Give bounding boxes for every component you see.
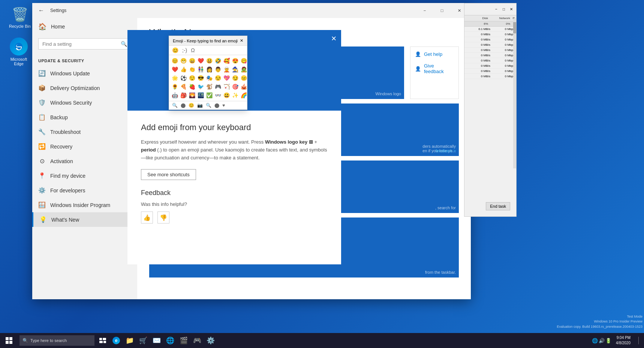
taskbar-browser-icon[interactable]: 🌐 — [163, 333, 177, 348]
emoji-picker-close-button[interactable]: ✕ — [240, 38, 243, 43]
sidebar-item-find-device[interactable]: 📍 Find my device — [32, 168, 137, 183]
emoji-cell[interactable]: 🎪 — [240, 82, 248, 91]
recycle-bin-icon[interactable]: 🗑️ Recycle Bin — [7, 7, 33, 28]
emoji-tab-kaomoji[interactable]: ;-) — [182, 47, 187, 53]
sidebar-item-recovery[interactable]: 🔁 Recovery — [32, 139, 137, 154]
emoji-cell[interactable]: 👨 — [214, 65, 222, 74]
minimize-button[interactable]: − — [416, 4, 433, 16]
thumbs-up-button[interactable]: 👍 — [141, 212, 153, 224]
taskbar-settings-icon[interactable]: ⚙️ — [204, 333, 217, 348]
back-button[interactable]: ← — [35, 4, 47, 16]
emoji-cell[interactable]: 🍓 — [188, 82, 196, 91]
taskbar-file-explorer-icon[interactable]: 📁 — [123, 333, 136, 348]
emoji-cell[interactable]: 🥰 — [222, 57, 231, 65]
taskbar-xbox-icon[interactable]: 🎮 — [190, 333, 204, 348]
emoji-cell[interactable]: 😄 — [188, 57, 196, 65]
emoji-bottom-face[interactable]: 😊 — [189, 103, 194, 108]
taskbar-clock[interactable]: 9:04 PM 4/8/2020 — [613, 335, 634, 346]
emoji-cell[interactable]: 🧟 — [240, 65, 248, 74]
emoji-cell[interactable]: 😁 — [179, 57, 187, 65]
emoji-cell[interactable]: 👏 — [188, 65, 196, 74]
give-feedback-link[interactable]: 👤 Give feedback — [415, 63, 454, 74]
end-task-btn[interactable]: End task — [486, 202, 510, 210]
emoji-cell[interactable]: 😊 — [171, 57, 179, 65]
taskbar-mail-icon[interactable]: ✉️ — [150, 333, 163, 348]
emoji-cell[interactable]: 🎮 — [214, 82, 222, 91]
emoji-cell[interactable]: 🎯 — [231, 82, 239, 91]
emoji-cell[interactable]: 😍 — [231, 57, 239, 65]
emoji-cell[interactable]: 🍕 — [179, 82, 187, 91]
taskbar-search[interactable]: 🔍 Type here to search — [19, 335, 94, 346]
emoji-cell[interactable]: 🌻 — [171, 82, 179, 91]
taskbar-media-icon[interactable]: 🎬 — [177, 333, 190, 348]
sidebar-item-activation[interactable]: ⊙ Activation — [32, 154, 137, 168]
emoji-cell[interactable]: 😃 — [222, 91, 231, 99]
sidebar-item-whats-new[interactable]: 💡 What's New — [32, 212, 137, 227]
emoji-bottom-heart[interactable]: ♥ — [222, 103, 225, 108]
emoji-cell[interactable]: 🎭 — [205, 74, 213, 82]
sidebar-item-windows-insider[interactable]: 🪟 Windows Insider Program — [32, 198, 137, 212]
taskbar-store-icon[interactable]: 🛒 — [136, 333, 150, 348]
emoji-cell[interactable]: 🏹 — [222, 82, 231, 91]
emoji-cell[interactable]: 🌃 — [196, 91, 205, 99]
task-mgr-maximize-btn[interactable]: □ — [500, 6, 507, 13]
search-box[interactable]: 🔍 — [38, 38, 131, 50]
emoji-cell[interactable]: 🌄 — [188, 91, 196, 99]
emoji-bottom-camera[interactable]: 📷 — [197, 103, 203, 108]
sidebar-item-troubleshoot[interactable]: 🔧 Troubleshoot — [32, 124, 137, 139]
sidebar-item-windows-update[interactable]: 🔄 Windows Update — [32, 66, 137, 81]
emoji-cell[interactable]: 😎 — [196, 74, 205, 82]
emoji-cell[interactable]: 😒 — [214, 74, 222, 82]
sidebar-item-for-developers[interactable]: ⚙️ For developers — [32, 183, 137, 198]
emoji-cell[interactable]: ✨ — [231, 91, 239, 99]
emoji-cell[interactable]: ❤️ — [171, 65, 179, 74]
start-button[interactable] — [0, 333, 18, 348]
blue-modal-close-button[interactable]: ✕ — [331, 34, 337, 43]
emoji-cell[interactable]: 😌 — [188, 74, 196, 82]
emoji-cell[interactable]: 😏 — [231, 74, 239, 82]
emoji-cell[interactable]: 🤣 — [214, 57, 222, 65]
task-mgr-close-btn[interactable]: ✕ — [508, 6, 515, 13]
emoji-cell[interactable]: ✅ — [205, 91, 213, 99]
emoji-cell[interactable]: 👫 — [196, 65, 205, 74]
microsoft-edge-desktop-icon[interactable]: MicrosoftEdge — [4, 38, 34, 66]
task-view-button[interactable] — [96, 333, 109, 348]
emoji-cell[interactable]: 😃 — [205, 57, 213, 65]
sidebar-home[interactable]: 🏠 Home — [32, 18, 137, 35]
sidebar-item-delivery-optimization[interactable]: 📦 Delivery Optimization — [32, 81, 137, 95]
sidebar-item-backup[interactable]: 📋 Backup — [32, 110, 137, 124]
emoji-cell[interactable]: 😋 — [240, 57, 248, 65]
emoji-cell[interactable]: 🧝 — [222, 65, 231, 74]
emoji-cell[interactable]: 💖 — [222, 74, 231, 82]
emoji-cell[interactable]: 👍 — [179, 65, 187, 74]
taskbar-edge-icon[interactable]: e — [109, 333, 123, 348]
end-task-button[interactable]: End task — [483, 199, 513, 213]
emoji-bottom-magnify[interactable]: 🔍 — [206, 103, 211, 108]
emoji-tab-smiley[interactable]: 😊 — [172, 47, 178, 53]
maximize-button[interactable]: □ — [433, 4, 451, 16]
feedback-link[interactable]: feedback > — [433, 146, 459, 156]
emoji-bottom-circle[interactable]: ⬤ — [181, 103, 186, 108]
task-mgr-minimize-btn[interactable]: − — [493, 6, 500, 13]
emoji-cell[interactable]: 🌟 — [171, 74, 179, 82]
emoji-cell[interactable]: 🌈 — [240, 91, 248, 99]
emoji-cell[interactable]: 🧙 — [231, 65, 239, 74]
emoji-tab-symbols[interactable]: Ω — [191, 47, 195, 53]
emoji-bottom-dot[interactable]: ⬤ — [214, 103, 219, 108]
thumbs-down-button[interactable]: 👎 — [157, 212, 169, 224]
emoji-cell[interactable]: 🐦 — [196, 82, 205, 91]
emoji-cell[interactable]: ⚽ — [179, 74, 187, 82]
emoji-cell[interactable]: 🎒 — [179, 91, 187, 99]
sidebar-item-windows-security[interactable]: 🛡️ Windows Security — [32, 95, 137, 110]
emoji-cell[interactable]: 👩 — [205, 65, 213, 74]
get-help-link[interactable]: 👤 Get help — [415, 51, 454, 57]
emoji-cell[interactable]: 🤖 — [171, 91, 179, 99]
emoji-cell[interactable]: 😐 — [240, 74, 248, 82]
see-more-shortcuts-button[interactable]: See more shortcuts — [141, 169, 196, 180]
emoji-cell[interactable]: ❤️ — [196, 57, 205, 65]
search-input[interactable] — [42, 41, 121, 47]
emoji-cell[interactable]: 🐒 — [205, 82, 213, 91]
emoji-cell[interactable]: 👓 — [214, 91, 222, 99]
show-desktop-button[interactable] — [634, 333, 643, 348]
emoji-bottom-search[interactable]: 🔍 — [172, 103, 178, 108]
